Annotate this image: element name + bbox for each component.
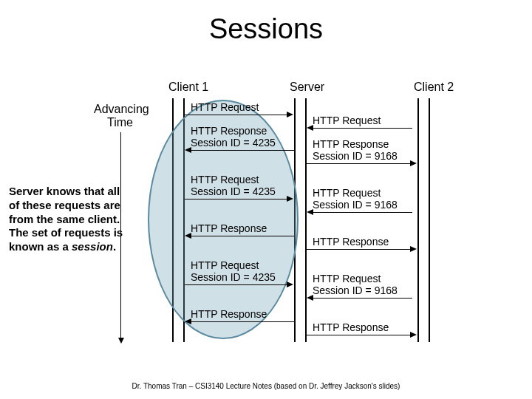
arrow-l6 <box>191 321 294 322</box>
lifeline-client2-r <box>429 98 430 342</box>
msg-right-6: HTTP Response <box>313 236 389 248</box>
arrow-head-icon <box>307 209 313 215</box>
msg-left-1: HTTP Request <box>191 101 259 113</box>
arrow-head-icon <box>410 332 417 338</box>
participant-client1: Client 1 <box>168 81 208 94</box>
msg-left-2: HTTP Response <box>191 125 267 137</box>
lifeline-client2-l <box>417 98 419 342</box>
arrow-head-icon <box>185 233 191 239</box>
time-label-1: Advancing <box>94 103 149 116</box>
arrow-r1 <box>313 128 412 129</box>
arrow-l3 <box>185 199 288 200</box>
msg-right-3: Session ID = 9168 <box>313 150 398 162</box>
time-arrow-head-icon <box>118 338 124 344</box>
msg-right-1: HTTP Request <box>313 115 381 126</box>
arrow-r2 <box>307 163 410 164</box>
msg-right-8: Session ID = 9168 <box>313 284 398 296</box>
arrow-r5 <box>313 298 412 299</box>
msg-left-3: Session ID = 4235 <box>191 137 276 149</box>
msg-left-6: HTTP Response <box>191 222 267 234</box>
participant-server: Server <box>290 81 324 94</box>
arrow-head-icon <box>410 246 417 252</box>
arrow-r6 <box>307 335 410 335</box>
msg-right-9: HTTP Response <box>313 321 389 333</box>
msg-left-4: HTTP Request <box>191 174 259 185</box>
msg-right-7: HTTP Request <box>313 273 381 284</box>
participant-client2: Client 2 <box>414 81 454 94</box>
side-note-em: session <box>72 240 113 253</box>
msg-right-2: HTTP Response <box>313 138 389 150</box>
arrow-r3 <box>313 212 412 213</box>
arrow-l2 <box>191 150 294 151</box>
arrow-head-icon <box>185 318 191 324</box>
arrow-l1 <box>185 115 288 115</box>
arrow-head-icon <box>287 112 293 117</box>
slide-title: Sessions <box>0 13 532 45</box>
msg-left-5: Session ID = 4235 <box>191 185 276 197</box>
msg-left-7: HTTP Request <box>191 259 259 271</box>
footer-credit: Dr. Thomas Tran – CSI3140 Lecture Notes … <box>0 382 532 390</box>
arrow-head-icon <box>307 125 313 131</box>
lifeline-server-r <box>305 98 307 342</box>
arrow-head-icon <box>287 196 293 202</box>
msg-right-4: HTTP Request <box>313 187 381 199</box>
msg-right-5: Session ID = 9168 <box>313 199 398 211</box>
side-note: Server knows that all of these requests … <box>9 185 127 254</box>
time-label-2: Time <box>107 116 133 129</box>
msg-left-8: Session ID = 4235 <box>191 271 276 283</box>
arrow-l4 <box>191 236 294 236</box>
msg-left-9: HTTP Response <box>191 308 267 320</box>
arrow-head-icon <box>287 282 293 287</box>
arrow-head-icon <box>185 147 191 153</box>
side-note-tail: . <box>113 240 116 253</box>
arrow-head-icon <box>307 295 313 301</box>
arrow-r4 <box>307 249 410 250</box>
arrow-l5 <box>185 284 288 285</box>
arrow-head-icon <box>410 160 417 166</box>
